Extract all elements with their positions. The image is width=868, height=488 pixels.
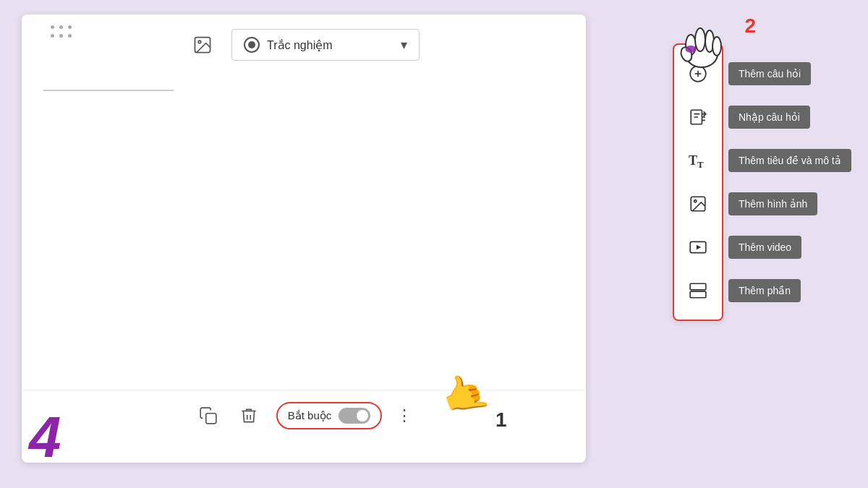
svg-rect-2 [205,414,216,424]
import-question-tooltip[interactable]: Nhập câu hỏi [728,106,810,129]
required-toggle-container[interactable]: Bắt buộc [276,402,383,429]
svg-marker-12 [697,245,702,250]
question-type-dropdown[interactable]: Trắc nghiệm ▾ [231,29,420,61]
sidebar-add-section-button[interactable]: Thêm phần [674,269,722,312]
sidebar-add-image-button[interactable]: Thêm hình ảnh [674,182,722,226]
svg-point-21 [686,46,697,53]
question-card: Trắc nghiệm ▾ Bắt buộc ⋮ [22,14,586,463]
required-label: Bắt buộc [288,409,332,422]
add-video-tooltip[interactable]: Thêm video [728,236,801,259]
number-4-label: 4 [29,405,61,469]
card-toolbar: Trắc nghiệm ▾ [22,14,586,75]
drag-handle[interactable] [51,25,74,40]
badge-1-label: 1 [495,408,507,432]
sidebar-add-title-button[interactable]: T T Thêm tiêu đề và mô tả [674,139,722,182]
svg-point-17 [695,28,705,51]
step-number-badge: 4 [29,408,61,466]
more-options-button[interactable]: ⋮ [396,406,412,425]
delete-button[interactable] [236,403,262,429]
svg-point-10 [694,200,697,202]
question-type-label: Trắc nghiệm [267,38,393,52]
hand-cursor-2 [676,14,727,80]
svg-text:T: T [697,159,704,170]
svg-point-1 [198,40,201,43]
badge-2-label: 2 [744,14,756,38]
chevron-down-icon: ▾ [401,37,407,53]
required-toggle-switch[interactable] [339,408,370,424]
section-divider [43,90,174,91]
copy-button[interactable] [195,403,221,429]
sidebar-import-question-button[interactable]: Nhập câu hỏi [674,95,722,139]
add-question-tooltip[interactable]: Thêm câu hỏi [728,62,811,85]
add-image-toolbar-button[interactable] [188,30,217,59]
add-title-tooltip[interactable]: Thêm tiêu đề và mô tả [728,149,851,172]
sidebar-panel: Thêm câu hỏi Nhập câu hỏi T T Thêm tiêu … [673,43,723,321]
add-image-tooltip[interactable]: Thêm hình ảnh [728,192,817,215]
radio-button-icon [244,37,260,53]
svg-rect-13 [690,283,706,290]
sidebar-add-video-button[interactable]: Thêm video [674,226,722,269]
svg-text:T: T [689,153,697,168]
svg-rect-14 [690,291,706,298]
add-section-tooltip[interactable]: Thêm phần [728,279,801,302]
svg-point-19 [712,37,721,56]
